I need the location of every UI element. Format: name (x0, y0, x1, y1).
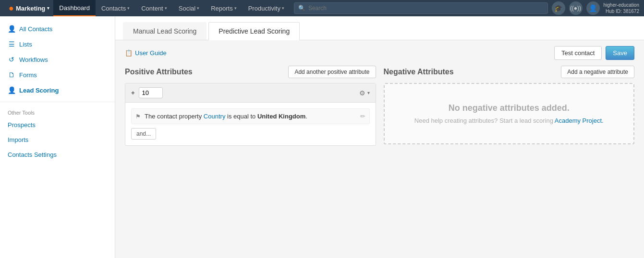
academy-project-link[interactable]: Academy Project. (555, 117, 604, 124)
condition-row: ⚑ The contact property Country is equal … (131, 108, 370, 124)
sidebar-item-contacts-settings[interactable]: Contacts Settings (0, 147, 115, 162)
content-toolbar: 📋 User Guide Test contact Save (115, 40, 644, 66)
content-dropdown-icon: ▾ (165, 6, 167, 11)
negative-empty-state: No negative attributes added. Need help … (384, 83, 635, 144)
sidebar-item-lead-scoring[interactable]: 👤 Lead Scoring (0, 82, 115, 98)
social-dropdown-icon: ▾ (197, 6, 199, 11)
nav-item-dashboard[interactable]: Dashboard (53, 0, 96, 16)
score-prefix: + (131, 89, 135, 96)
save-button[interactable]: Save (606, 46, 634, 60)
negative-panel-title: Negative Attributes (384, 68, 454, 76)
negative-empty-title: No negative attributes added. (394, 103, 624, 113)
other-tools-label: Other Tools (0, 106, 115, 117)
nav-item-social[interactable]: Social ▾ (173, 0, 205, 16)
nav-item-contacts[interactable]: Contacts ▾ (96, 0, 135, 16)
toolbar-actions: Test contact Save (554, 46, 634, 60)
sidebar-item-forms[interactable]: 🗋 Forms (0, 67, 115, 82)
user-guide-link[interactable]: 📋 User Guide (125, 49, 167, 57)
positive-panel-header: Positive Attributes Add another positive… (125, 66, 376, 78)
sidebar: 👤 All Contacts ☰ Lists ↺ Workflows 🗋 For… (0, 16, 115, 258)
search-bar: 🔍 (294, 2, 548, 14)
sidebar-item-prospects[interactable]: Prospects (0, 117, 115, 132)
workflow-icon: ↺ (8, 56, 15, 63)
avatar[interactable]: 👤 (586, 1, 600, 15)
flag-icon: ⚑ (135, 113, 141, 120)
attribute-card-body: ⚑ The contact property Country is equal … (125, 103, 376, 145)
sidebar-item-lists[interactable]: ☰ Lists (0, 36, 115, 52)
tab-predictive-lead-scoring[interactable]: Predictive Lead Scoring (208, 22, 300, 40)
sidebar-item-all-contacts[interactable]: 👤 All Contacts (0, 21, 115, 36)
search-icon: 🔍 (298, 5, 305, 12)
main-content: Manual Lead Scoring Predictive Lead Scor… (115, 16, 644, 258)
person-icon: 👤 (8, 25, 15, 33)
positive-panel-title: Positive Attributes (125, 68, 193, 76)
gear-icon: ⚙ (359, 89, 365, 97)
tabs-bar: Manual Lead Scoring Predictive Lead Scor… (115, 16, 644, 40)
logo-label: Marketing (16, 5, 45, 12)
scoring-content: Positive Attributes Add another positive… (115, 66, 644, 155)
attribute-card-header: + ⚙ ▾ (125, 83, 376, 103)
test-contact-button[interactable]: Test contact (554, 46, 602, 60)
book-icon: 📋 (125, 49, 133, 57)
productivity-dropdown-icon: ▾ (282, 6, 284, 11)
gear-dropdown-icon: ▾ (367, 90, 370, 95)
add-positive-attribute-button[interactable]: Add another positive attribute (288, 66, 376, 78)
nav-item-reports[interactable]: Reports ▾ (205, 0, 243, 16)
marketing-logo[interactable]: ● Marketing ▾ (5, 3, 53, 13)
negative-attributes-panel: Negative Attributes Add a negative attri… (384, 66, 635, 146)
positive-attributes-panel: Positive Attributes Add another positive… (125, 66, 376, 146)
gear-button[interactable]: ⚙ ▾ (359, 89, 370, 97)
search-input[interactable] (308, 5, 544, 12)
forms-icon: 🗋 (8, 71, 15, 79)
and-button[interactable]: and... (131, 128, 156, 140)
negative-panel-header: Negative Attributes Add a negative attri… (384, 66, 635, 78)
user-info: higher-education Hub ID: 381672 (604, 2, 640, 14)
condition-text: The contact property Country is equal to… (145, 113, 356, 120)
edit-condition-icon[interactable]: ✏ (360, 113, 365, 120)
nav-item-productivity[interactable]: Productivity ▾ (243, 0, 290, 16)
score-input[interactable] (139, 87, 163, 98)
sidebar-divider (0, 102, 115, 102)
list-icon: ☰ (8, 40, 15, 48)
topnav-right-controls: 🎓 ((●)) 👤 higher-education Hub ID: 38167… (552, 1, 640, 15)
positive-attribute-card: + ⚙ ▾ ⚑ The contact property Countr (125, 83, 376, 146)
help-icon[interactable]: 🎓 (552, 1, 565, 15)
notifications-icon[interactable]: ((●)) (569, 1, 583, 15)
top-navigation: ● Marketing ▾ Dashboard Contacts ▾ Conte… (0, 0, 644, 16)
lead-scoring-icon: 👤 (8, 86, 15, 94)
reports-dropdown-icon: ▾ (234, 6, 237, 11)
sidebar-item-imports[interactable]: Imports (0, 132, 115, 147)
logo-dropdown-icon: ▾ (47, 6, 49, 11)
add-negative-attribute-button[interactable]: Add a negative attribute (561, 66, 634, 78)
nav-item-content[interactable]: Content ▾ (135, 0, 173, 16)
contacts-dropdown-icon: ▾ (127, 6, 130, 11)
condition-property-link[interactable]: Country (204, 113, 226, 120)
negative-empty-desc: Need help creating attributes? Start a l… (394, 117, 624, 124)
tab-manual-lead-scoring[interactable]: Manual Lead Scoring (123, 22, 207, 40)
sidebar-item-workflows[interactable]: ↺ Workflows (0, 52, 115, 67)
